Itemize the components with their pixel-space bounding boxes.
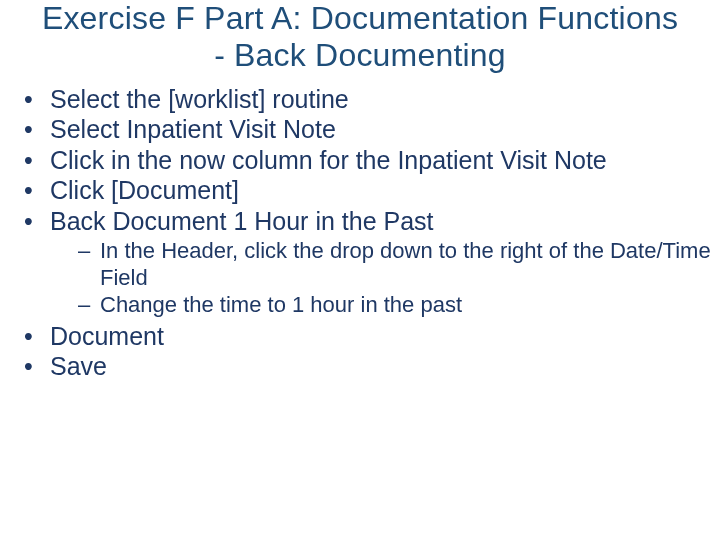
bullet-text: Back Document 1 Hour in the Past: [50, 207, 434, 235]
list-item: Document: [22, 321, 712, 352]
title-line-1: Exercise F Part A: Documentation Functio…: [42, 0, 678, 36]
sub-bullet-text: In the Header, click the drop down to th…: [100, 238, 711, 290]
bullet-text: Save: [50, 352, 107, 380]
list-item: Save: [22, 351, 712, 382]
title-line-2: - Back Documenting: [214, 37, 506, 73]
sub-bullet-list: In the Header, click the drop down to th…: [50, 238, 712, 318]
list-item: Select Inpatient Visit Note: [22, 114, 712, 145]
bullet-list: Select the [worklist] routine Select Inp…: [22, 84, 712, 382]
sub-list-item: Change the time to 1 hour in the past: [78, 292, 712, 319]
bullet-text: Select the [worklist] routine: [50, 85, 349, 113]
sub-bullet-text: Change the time to 1 hour in the past: [100, 292, 462, 317]
bullet-text: Click [Document]: [50, 176, 239, 204]
sub-list-item: In the Header, click the drop down to th…: [78, 238, 712, 292]
bullet-text: Select Inpatient Visit Note: [50, 115, 336, 143]
list-item: Back Document 1 Hour in the Past In the …: [22, 206, 712, 319]
slide-title: Exercise F Part A: Documentation Functio…: [8, 0, 712, 80]
slide-body: Select the [worklist] routine Select Inp…: [8, 80, 712, 382]
list-item: Select the [worklist] routine: [22, 84, 712, 115]
list-item: Click in the now column for the Inpatien…: [22, 145, 712, 176]
bullet-text: Click in the now column for the Inpatien…: [50, 146, 607, 174]
slide: Exercise F Part A: Documentation Functio…: [0, 0, 720, 540]
list-item: Click [Document]: [22, 175, 712, 206]
bullet-text: Document: [50, 322, 164, 350]
